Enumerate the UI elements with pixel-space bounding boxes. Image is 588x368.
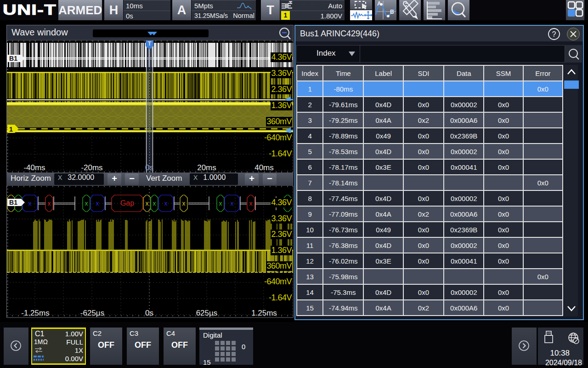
svg-text:A: A — [377, 0, 381, 7]
svg-text:x: x — [164, 200, 168, 207]
svg-text:x: x — [146, 200, 149, 207]
svg-text:x: x — [182, 200, 186, 207]
svg-text:x: x — [28, 200, 32, 207]
svg-text:?: ? — [552, 30, 556, 38]
svg-text:x: x — [153, 200, 156, 207]
svg-text:Gap: Gap — [120, 199, 134, 207]
svg-text:1: 1 — [9, 125, 13, 133]
svg-text:x: x — [48, 200, 51, 207]
svg-text:x: x — [231, 200, 234, 207]
svg-text:x: x — [249, 200, 253, 207]
svg-text:B1: B1 — [9, 55, 17, 62]
svg-text:x: x — [96, 200, 99, 207]
svg-text:B: B — [390, 9, 394, 15]
svg-text:x: x — [219, 200, 222, 207]
svg-text:B1: B1 — [9, 199, 17, 206]
svg-text:x: x — [85, 200, 88, 207]
svg-text:T: T — [148, 40, 152, 47]
